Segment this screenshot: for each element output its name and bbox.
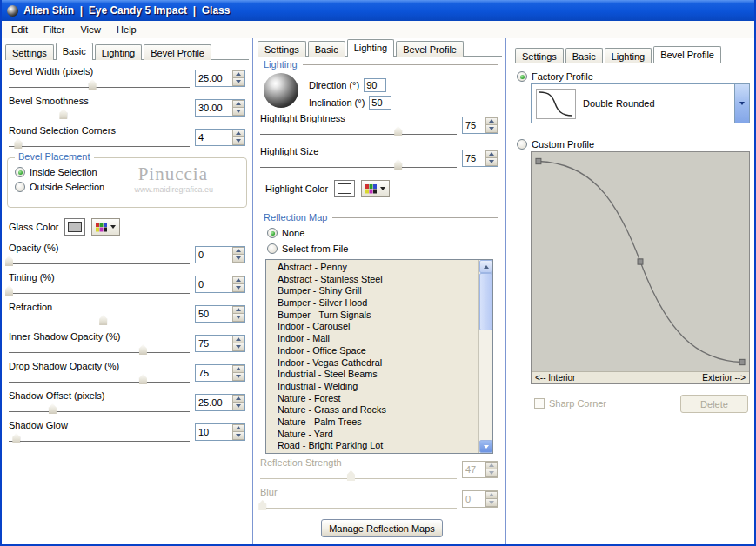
spin-down-button[interactable] — [232, 313, 244, 322]
refraction-value[interactable] — [195, 305, 245, 323]
tinting-value[interactable] — [195, 276, 245, 293]
reflection-map-item[interactable]: Industrial - Steel Beams — [266, 369, 478, 381]
bevel-width-value[interactable] — [195, 70, 245, 87]
round-selection-corners-value[interactable] — [195, 129, 245, 146]
right-tab-settings[interactable]: Settings — [515, 48, 564, 63]
spin-down-button[interactable] — [232, 402, 244, 410]
value-input[interactable] — [196, 100, 232, 116]
reflection-map-item[interactable]: Road - Bright Parking Lot — [266, 440, 478, 452]
value-input[interactable] — [196, 365, 232, 381]
reflection-map-item[interactable]: Indoor - Mall — [266, 333, 478, 345]
spin-down-button[interactable] — [232, 431, 244, 440]
middle-tab-bevel-profile[interactable]: Bevel Profile — [396, 41, 464, 57]
scroll-thumb[interactable] — [479, 273, 492, 330]
highlight-color-picker-button[interactable] — [361, 180, 390, 197]
opacity-slider[interactable] — [9, 255, 190, 266]
reflection-map-listbox[interactable]: Abstract - PennyAbstract - Stainless Ste… — [265, 259, 493, 454]
bevel-width-slider[interactable] — [9, 78, 190, 90]
value-input[interactable] — [196, 247, 232, 263]
spin-down-button[interactable] — [232, 107, 244, 116]
slider-thumb[interactable] — [99, 315, 107, 325]
spin-down-button[interactable] — [232, 136, 244, 145]
bevel-smoothness-slider[interactable] — [9, 108, 190, 119]
value-input[interactable] — [463, 117, 485, 133]
spin-down-button[interactable] — [232, 254, 244, 263]
reflection-map-item[interactable]: Nature - Yard — [266, 429, 478, 441]
highlight-color-swatch[interactable] — [334, 180, 355, 197]
middle-tab-settings[interactable]: Settings — [258, 41, 306, 57]
light-direction-ball[interactable] — [264, 73, 298, 108]
manage-reflection-maps-button[interactable]: Manage Reflection Maps — [321, 519, 443, 537]
right-tab-bevel-profile[interactable]: Bevel Profile — [653, 46, 721, 63]
highlight-size-value[interactable] — [462, 150, 498, 167]
reflection-map-item[interactable]: Bumper - Silver Hood — [266, 297, 478, 310]
glass-color-swatch[interactable] — [64, 218, 85, 236]
middle-tab-lighting[interactable]: Lighting — [347, 39, 395, 57]
bevel-profile-curve-editor[interactable]: <-- Interior Exterior --> — [531, 151, 750, 384]
menu-item[interactable]: View — [72, 22, 109, 37]
shadow-glow-value[interactable] — [195, 423, 245, 441]
inner-shadow-opacity-slider[interactable] — [9, 343, 190, 355]
reflection-map-item[interactable]: Nature - Grass and Rocks — [266, 404, 478, 416]
left-tab-lighting[interactable]: Lighting — [95, 44, 143, 60]
scroll-down-button[interactable] — [479, 440, 492, 453]
slider-thumb[interactable] — [394, 126, 402, 136]
opacity-value[interactable] — [195, 246, 245, 263]
right-tab-lighting[interactable]: Lighting — [605, 48, 652, 63]
middle-tab-basic[interactable]: Basic — [308, 41, 345, 57]
spin-down-button[interactable] — [485, 124, 498, 133]
slider-thumb[interactable] — [89, 79, 97, 90]
slider-thumb[interactable] — [49, 403, 57, 414]
left-tab-settings[interactable]: Settings — [5, 44, 54, 60]
shadow-glow-slider[interactable] — [9, 432, 190, 443]
direction-input[interactable] — [364, 78, 386, 92]
list-scrollbar[interactable] — [478, 260, 492, 453]
glass-color-picker-button[interactable] — [91, 218, 120, 236]
bevel-smoothness-value[interactable] — [195, 99, 245, 117]
spin-down-button[interactable] — [232, 283, 244, 292]
drop-shadow-opacity-value[interactable] — [195, 364, 245, 382]
menu-item[interactable]: Filter — [36, 22, 72, 37]
slider-thumb[interactable] — [5, 256, 13, 266]
drop-shadow-opacity-slider[interactable] — [9, 373, 190, 384]
reflection-map-item[interactable]: Nature - Palm Trees — [266, 416, 478, 429]
slider-thumb[interactable] — [139, 374, 147, 384]
radio-select-from-file[interactable]: Select from File — [267, 243, 348, 254]
menu-item[interactable]: Edit — [3, 22, 36, 37]
radio-none[interactable]: None — [267, 228, 304, 238]
highlight-size-slider[interactable] — [260, 158, 457, 170]
tinting-slider[interactable] — [9, 284, 190, 296]
reflection-map-item[interactable]: Bumper - Turn Signals — [266, 310, 478, 322]
reflection-map-item[interactable]: Indoor - Office Space — [266, 345, 478, 357]
inner-shadow-opacity-value[interactable] — [195, 335, 245, 352]
slider-thumb[interactable] — [59, 109, 67, 119]
refraction-slider[interactable] — [9, 314, 190, 325]
spin-down-button[interactable] — [232, 343, 244, 351]
value-input[interactable] — [196, 306, 232, 322]
value-input[interactable] — [196, 130, 232, 145]
shadow-offset-slider[interactable] — [9, 403, 190, 414]
reflection-map-item[interactable]: Indoor - Vegas Cathedral — [266, 357, 478, 370]
curve-handle[interactable] — [536, 158, 541, 163]
reflection-map-item[interactable]: Bumper - Shiny Grill — [266, 285, 478, 297]
slider-thumb[interactable] — [394, 159, 402, 170]
inclination-input[interactable] — [369, 96, 391, 110]
value-input[interactable] — [196, 70, 232, 86]
spin-down-button[interactable] — [232, 372, 244, 381]
highlight-brightness-slider[interactable] — [260, 125, 457, 136]
spin-down-button[interactable] — [485, 157, 498, 166]
shadow-offset-value[interactable] — [195, 394, 245, 411]
reflection-map-item[interactable]: Indoor - Carousel — [266, 321, 478, 333]
spin-down-button[interactable] — [232, 77, 244, 86]
right-tab-basic[interactable]: Basic — [565, 48, 603, 63]
radio-custom-profile[interactable]: Custom Profile — [517, 139, 594, 150]
left-tab-bevel-profile[interactable]: Bevel Profile — [144, 44, 211, 60]
combo-dropdown-button[interactable] — [734, 84, 749, 123]
round-selection-corners-slider[interactable] — [9, 137, 190, 149]
scroll-up-button[interactable] — [479, 260, 492, 273]
value-input[interactable] — [196, 424, 232, 440]
value-input[interactable] — [463, 150, 485, 166]
curve-handle[interactable] — [638, 259, 643, 264]
value-input[interactable] — [196, 336, 232, 351]
menu-item[interactable]: Help — [109, 22, 144, 37]
